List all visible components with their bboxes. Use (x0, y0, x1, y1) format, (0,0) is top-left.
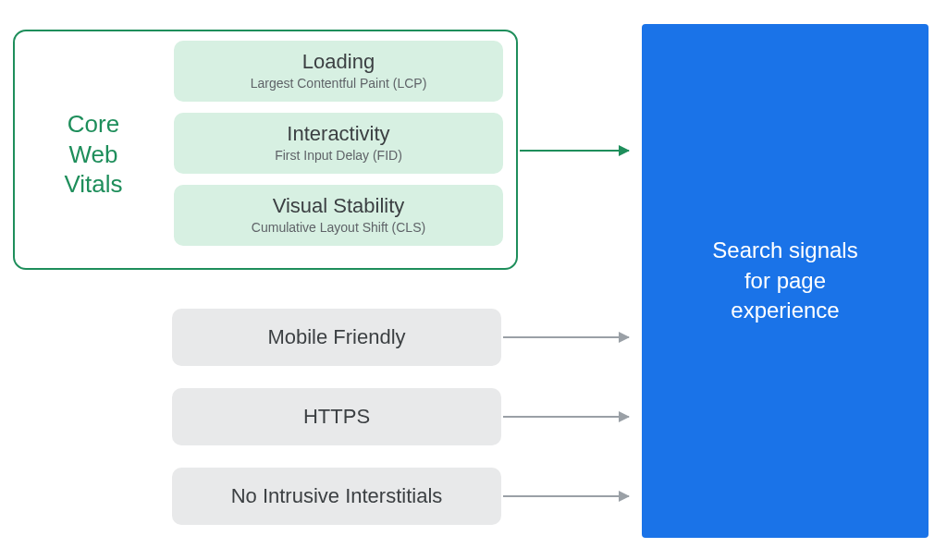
vital-visual-stability: Visual Stability Cumulative Layout Shift… (174, 185, 503, 246)
search-signals-text: Search signals for page experience (712, 236, 857, 325)
vital-loading: Loading Largest Contentful Paint (LCP) (174, 41, 503, 102)
cwv-label-line: Web (69, 140, 118, 168)
core-web-vitals-box: Core Web Vitals Loading Largest Contentf… (13, 30, 518, 270)
result-line: for page (744, 268, 826, 293)
arrow-icon (520, 150, 629, 152)
signal-https: HTTPS (172, 388, 501, 445)
cwv-label-line: Vitals (64, 170, 122, 198)
result-line: Search signals (712, 237, 857, 262)
vital-title: Visual Stability (181, 194, 496, 218)
arrow-icon (503, 336, 629, 338)
cwv-label-line: Core (68, 110, 119, 138)
vital-subtitle: Cumulative Layout Shift (CLS) (181, 220, 496, 235)
arrow-icon (503, 416, 629, 418)
vital-subtitle: Largest Contentful Paint (LCP) (181, 76, 496, 91)
result-line: experience (731, 298, 839, 323)
core-web-vitals-label: Core Web Vitals (29, 109, 158, 200)
arrow-icon (503, 495, 629, 497)
signal-mobile-friendly: Mobile Friendly (172, 309, 501, 366)
vital-interactivity: Interactivity First Input Delay (FID) (174, 113, 503, 174)
signal-no-interstitials: No Intrusive Interstitials (172, 468, 501, 525)
search-signals-box: Search signals for page experience (642, 24, 929, 538)
vital-subtitle: First Input Delay (FID) (181, 148, 496, 163)
vital-title: Interactivity (181, 122, 496, 146)
vital-title: Loading (181, 50, 496, 74)
core-web-vitals-items: Loading Largest Contentful Paint (LCP) I… (174, 41, 503, 246)
diagram-stage: Core Web Vitals Loading Largest Contentf… (0, 0, 947, 560)
